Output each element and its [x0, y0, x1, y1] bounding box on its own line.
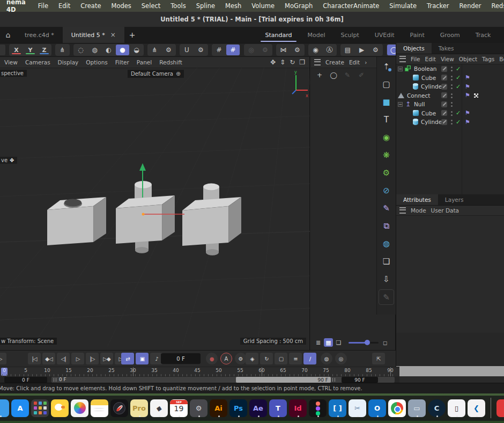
screenshot-app-dock-icon[interactable]: ▭	[408, 399, 426, 417]
safari-dark-dock-icon[interactable]	[110, 399, 128, 417]
tab-takes[interactable]: Takes	[432, 43, 461, 54]
key-scale-button[interactable]: ▢	[275, 353, 287, 364]
photos-dock-icon[interactable]	[71, 399, 88, 417]
volume-builder[interactable]: ◍	[379, 236, 394, 251]
next-frame-button[interactable]: |▷	[86, 353, 99, 364]
points-mode[interactable]: ◌	[74, 45, 87, 55]
material-menu-[interactable]: ›	[365, 59, 367, 65]
cropped-play-button[interactable]: ▷	[0, 353, 6, 364]
launchpad-dock-icon[interactable]	[31, 399, 49, 417]
paint-material-button[interactable]: ✐	[356, 70, 367, 81]
illustrator-dock-icon[interactable]: Ai	[210, 399, 227, 417]
layout-tab-paint[interactable]: Paint	[408, 27, 427, 43]
snap-toggle[interactable]: U	[180, 45, 194, 55]
calendar-dock-icon[interactable]: SEP19	[170, 399, 188, 417]
object-menu-tags[interactable]: Tags	[482, 56, 494, 62]
photoshop-dock-icon[interactable]: Ps	[229, 399, 247, 417]
enabled-check-icon[interactable]: ✓	[456, 83, 461, 90]
render-view-button[interactable]: ▤	[341, 45, 354, 55]
chrome-dock-icon[interactable]	[388, 399, 406, 417]
object-menu-file[interactable]: File	[411, 56, 420, 62]
viewport-menu-options[interactable]: Options	[86, 59, 108, 65]
camera-label[interactable]: Default Camera ⊕	[128, 70, 184, 78]
visibility-dots[interactable]	[451, 84, 453, 86]
menubar-item-select[interactable]: Select	[142, 2, 160, 10]
object-menu-view[interactable]: View	[441, 56, 454, 62]
tree-row[interactable]: −Boolean✓	[396, 64, 504, 74]
render-picture-viewer-button[interactable]: ▶	[355, 45, 368, 55]
viewport-solo-single[interactable]: ◉	[309, 45, 322, 55]
phong-tag-icon[interactable]: ⚑	[465, 110, 470, 116]
notes-dock-icon[interactable]	[91, 399, 108, 417]
menubar-item-simulate[interactable]: Simulate	[389, 2, 417, 10]
quantize-toggle[interactable]: #	[226, 45, 240, 55]
polygons-mode[interactable]: ◐	[102, 45, 115, 55]
tab-attributes[interactable]: Attributes	[396, 194, 438, 205]
snap-settings[interactable]: ⚙	[194, 45, 207, 55]
attribute-menu-user-data[interactable]: User Data	[431, 207, 459, 214]
menubar-item-file[interactable]: File	[38, 2, 48, 10]
visibility-dots[interactable]	[451, 120, 453, 121]
home-icon[interactable]: ⌂	[0, 27, 16, 43]
pro-notes-dock-icon[interactable]: Pro	[130, 399, 148, 417]
layout-tab-standard[interactable]: Standard	[263, 27, 294, 43]
menubar-item-mograph[interactable]: MoGraph	[285, 2, 313, 10]
symmetry-generator[interactable]: ⧉	[379, 218, 394, 233]
key-filter-button[interactable]: ∕	[303, 353, 316, 364]
menubar-item-animate[interactable]: Animate	[353, 2, 379, 10]
cloner-generator[interactable]: ◉	[379, 130, 394, 144]
enabled-check-icon[interactable]: ✓	[456, 110, 461, 116]
menubar-item-redshift[interactable]: Redshift	[492, 2, 504, 10]
menubar-item-tracker[interactable]: Tracker	[427, 2, 449, 10]
viewport-menu-filter[interactable]: Filter	[115, 59, 129, 65]
expander-icon[interactable]: −	[398, 102, 403, 107]
enabled-check-icon[interactable]: ✓	[456, 119, 461, 126]
key-rotation-button[interactable]: ↻	[260, 353, 273, 364]
tab-objects[interactable]: Objects	[396, 43, 432, 54]
hamburger-icon[interactable]	[399, 207, 406, 214]
cube-primitive[interactable]: ■	[379, 94, 394, 109]
autokey-button[interactable]: A	[220, 353, 232, 364]
material-menu-edit[interactable]: Edit	[349, 59, 360, 65]
symmetry-toggle[interactable]: ⋈	[277, 45, 290, 55]
maximize-icon[interactable]: ❐	[299, 59, 305, 66]
cropped-toolbar-button[interactable]	[0, 45, 5, 55]
hamburger-icon[interactable]	[314, 59, 321, 65]
grid-view-button[interactable]: ▦	[324, 338, 333, 347]
prev-frame-button[interactable]: ◁|	[57, 353, 70, 364]
goto-start-button[interactable]: |◁	[28, 353, 41, 364]
object-axis-mode[interactable]: ◒	[130, 45, 143, 55]
range-start-field[interactable]: 0 F	[4, 377, 47, 383]
vscode-dock-icon[interactable]: ❮	[468, 399, 485, 417]
edit-toggle-icon[interactable]	[441, 84, 447, 90]
attribute-menu-mode[interactable]: Mode	[411, 207, 426, 214]
matrix-generator[interactable]: ❋	[379, 148, 394, 162]
dolly-icon[interactable]: ⇕	[280, 59, 285, 66]
timeline-window-button[interactable]: ⇱	[372, 353, 385, 364]
object-menu-edit[interactable]: Edit	[425, 56, 436, 62]
visibility-dots[interactable]	[451, 102, 453, 104]
layout-tab-sculpt[interactable]: Sculpt	[338, 27, 361, 43]
after-effects-dock-icon[interactable]: Ae	[249, 399, 267, 417]
orbit-icon[interactable]: ↻	[290, 59, 295, 66]
tree-row[interactable]: −↥Null	[396, 100, 504, 109]
range-end-field[interactable]: 90 F	[342, 377, 378, 383]
menubar-item-volume[interactable]: Volume	[251, 2, 275, 10]
axis-center-dot[interactable]	[142, 213, 145, 216]
figma-dock-icon[interactable]	[309, 399, 327, 417]
viewport-menu-cameras[interactable]: Cameras	[25, 59, 50, 65]
render-settings-button[interactable]: ⚙	[369, 45, 382, 55]
object-menu-boo[interactable]: Boo	[499, 56, 504, 62]
animate-rotation-button[interactable]: ◎	[335, 353, 347, 364]
z-axis-lock[interactable]: Z	[38, 45, 51, 55]
menubar-item-tools[interactable]: Tools	[171, 2, 186, 10]
enabled-check-icon[interactable]: ✓	[456, 65, 461, 72]
effector[interactable]: ⚙	[379, 165, 394, 180]
rectangle-select-tool[interactable]: ▢	[379, 77, 394, 91]
object-menu-object[interactable]: Object	[459, 56, 477, 62]
connect-generator[interactable]: ❏	[379, 254, 394, 268]
viewport-canvas[interactable]: y x	[0, 68, 310, 350]
viewport-solo-auto[interactable]: Ⓐ	[323, 45, 336, 55]
finder-dock-icon[interactable]	[0, 399, 9, 417]
range-start-handle[interactable]	[54, 378, 56, 382]
